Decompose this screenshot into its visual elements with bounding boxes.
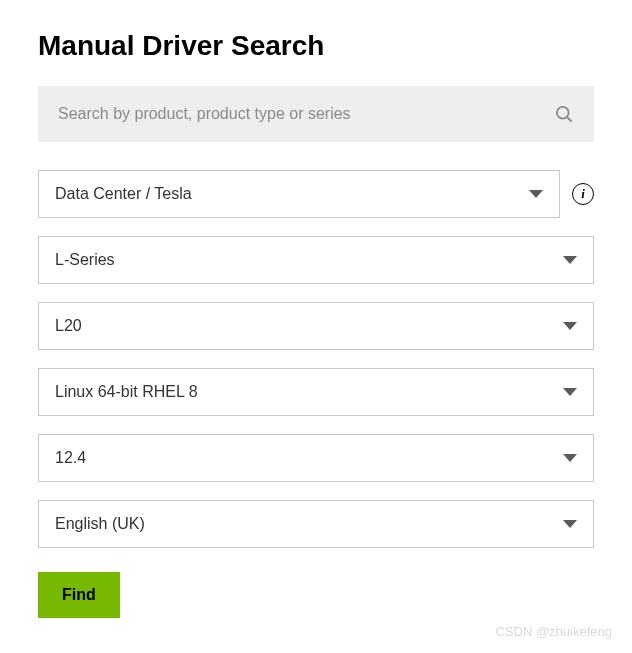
series-value: L-Series: [55, 251, 115, 269]
chevron-down-icon: [563, 322, 577, 330]
watermark: CSDN @zhuikefeng: [495, 624, 612, 639]
product-type-value: Data Center / Tesla: [55, 185, 192, 203]
chevron-down-icon: [563, 520, 577, 528]
series-select[interactable]: L-Series: [38, 236, 594, 284]
os-value: Linux 64-bit RHEL 8: [55, 383, 198, 401]
page-title: Manual Driver Search: [38, 30, 594, 62]
language-select[interactable]: English (UK): [38, 500, 594, 548]
svg-point-0: [557, 107, 569, 119]
cuda-select[interactable]: 12.4: [38, 434, 594, 482]
product-select[interactable]: L20: [38, 302, 594, 350]
info-icon[interactable]: i: [572, 183, 594, 205]
chevron-down-icon: [529, 190, 543, 198]
search-input[interactable]: [58, 105, 554, 123]
find-button[interactable]: Find: [38, 572, 120, 618]
language-value: English (UK): [55, 515, 145, 533]
search-container: [38, 86, 594, 142]
product-value: L20: [55, 317, 82, 335]
chevron-down-icon: [563, 256, 577, 264]
os-select[interactable]: Linux 64-bit RHEL 8: [38, 368, 594, 416]
chevron-down-icon: [563, 454, 577, 462]
search-icon[interactable]: [554, 104, 574, 124]
chevron-down-icon: [563, 388, 577, 396]
svg-line-1: [567, 117, 571, 121]
cuda-value: 12.4: [55, 449, 86, 467]
product-type-select[interactable]: Data Center / Tesla: [38, 170, 560, 218]
